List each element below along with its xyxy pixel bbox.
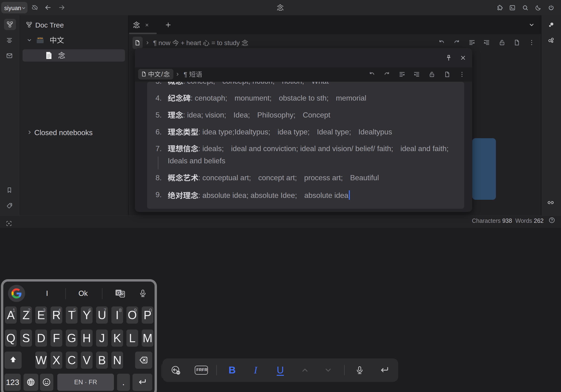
svg-text:G: G <box>117 290 120 295</box>
